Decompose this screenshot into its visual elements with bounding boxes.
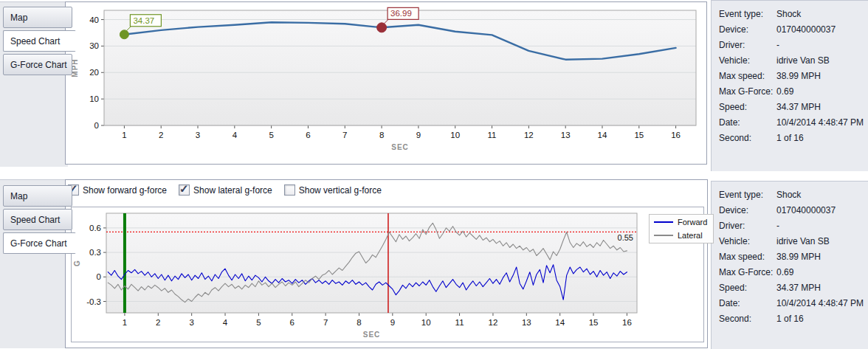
info-label: Max speed:	[719, 249, 776, 265]
gforce-chart-frame: -0.300.30.6123456789101112131415160.55GS…	[71, 207, 704, 342]
info-row: Second: 1 of 16	[719, 131, 868, 146]
info-row: Device: 017040000037	[719, 203, 868, 218]
tab-label: Map	[10, 13, 27, 23]
svg-text:11: 11	[488, 131, 497, 139]
info-value: 1 of 16	[776, 311, 804, 327]
gforce-chart: -0.300.30.6123456789101112131415160.55GS…	[72, 207, 702, 340]
svg-text:-0.3: -0.3	[86, 297, 101, 306]
gforce-visibility-checkbox[interactable]: Show lateral g-force	[179, 184, 272, 196]
svg-text:2: 2	[156, 318, 160, 327]
event-info-panel-bottom: Event type: Shock Device: 017040000037 D…	[711, 181, 868, 349]
legend-line-swatch	[654, 235, 673, 236]
svg-text:16: 16	[622, 318, 632, 327]
app-window: Map Speed Chart G-Force Chart 0102030401…	[0, 0, 868, 349]
info-value: Shock	[776, 187, 801, 203]
tab[interactable]: G-Force Chart	[3, 232, 76, 254]
tab[interactable]: Map	[3, 185, 72, 207]
svg-text:4: 4	[232, 131, 238, 139]
svg-text:12: 12	[524, 131, 534, 139]
info-value: -	[776, 38, 779, 53]
info-value: 38.99 MPH	[776, 249, 821, 265]
legend-item: Lateral	[654, 231, 707, 240]
svg-text:6: 6	[306, 131, 310, 139]
svg-text:G: G	[73, 260, 81, 266]
svg-text:40: 40	[89, 15, 99, 24]
svg-text:1: 1	[123, 318, 127, 327]
svg-text:10: 10	[89, 94, 99, 103]
info-label: Max G-Force:	[719, 84, 776, 100]
info-row: Vehicle: idrive Van SB	[719, 234, 868, 249]
svg-text:9: 9	[390, 318, 395, 327]
svg-text:6: 6	[290, 318, 294, 327]
tab-label: G-Force Chart	[10, 60, 67, 70]
info-label: Driver:	[719, 218, 776, 234]
tab-label: Speed Chart	[10, 36, 60, 46]
info-row: Max speed: 38.99 MPH	[719, 249, 868, 265]
svg-text:34.37: 34.37	[133, 16, 154, 25]
legend-line-swatch	[654, 221, 673, 223]
info-value: 0.69	[776, 265, 793, 280]
tab[interactable]: G-Force Chart	[3, 54, 72, 75]
svg-text:SEC: SEC	[363, 331, 381, 339]
info-label: Device:	[719, 203, 776, 218]
svg-text:0: 0	[97, 272, 101, 281]
svg-text:8: 8	[356, 318, 361, 327]
info-row: Device: 017040000037	[719, 22, 868, 38]
info-value: 10/4/2014 4:48:47 PM	[776, 115, 864, 131]
tab[interactable]: Speed Chart	[3, 30, 76, 52]
svg-text:14: 14	[598, 131, 607, 139]
info-label: Device:	[719, 22, 776, 38]
svg-text:10: 10	[450, 131, 460, 139]
info-label: Vehicle:	[719, 53, 776, 69]
gforce-panel: Map Speed Chart G-Force Chart Show forwa…	[0, 179, 868, 349]
gforce-visibility-checkbox[interactable]: Show forward g-force	[68, 184, 167, 196]
checkbox-icon[interactable]	[179, 184, 190, 196]
gforce-visibility-checkbox[interactable]: Show vertical g-force	[284, 184, 382, 196]
info-value: Shock	[776, 7, 801, 22]
info-value: 10/4/2014 4:48:47 PM	[776, 296, 864, 311]
info-value: 017040000037	[776, 203, 836, 218]
info-row: Driver: -	[719, 218, 868, 234]
info-label: Max speed:	[719, 69, 776, 84]
tab[interactable]: Map	[3, 7, 72, 28]
info-value: 34.37 MPH	[776, 100, 821, 115]
svg-text:30: 30	[89, 41, 99, 50]
svg-text:1: 1	[122, 131, 126, 139]
info-value: 34.37 MPH	[776, 280, 821, 296]
panel-divider	[0, 171, 868, 179]
speed-chart: 0102030401234567891011121314151634.3736.…	[66, 2, 705, 162]
svg-text:12: 12	[489, 318, 498, 327]
svg-text:14: 14	[555, 318, 565, 327]
info-row: Max G-Force: 0.69	[719, 84, 868, 100]
info-row: Speed: 34.37 MPH	[719, 280, 868, 296]
svg-text:3: 3	[189, 318, 193, 327]
tab-strip-bottom: Map Speed Chart G-Force Chart	[3, 185, 66, 256]
svg-text:7: 7	[323, 318, 328, 327]
info-row: Event type: Shock	[719, 7, 868, 22]
svg-text:9: 9	[416, 131, 421, 139]
svg-text:0.55: 0.55	[618, 233, 633, 242]
info-value: -	[776, 218, 779, 234]
info-label: Speed:	[719, 280, 776, 296]
tab-label: G-Force Chart	[10, 238, 67, 249]
svg-text:SEC: SEC	[391, 143, 409, 151]
svg-text:3: 3	[196, 131, 200, 139]
tab-strip-top: Map Speed Chart G-Force Chart	[3, 7, 66, 77]
svg-text:11: 11	[455, 318, 464, 327]
info-label: Max G-Force:	[719, 265, 776, 280]
svg-text:5: 5	[269, 131, 273, 139]
speed-chart-box: 0102030401234567891011121314151634.3736.…	[65, 1, 707, 165]
info-row: Date: 10/4/2014 4:48:47 PM	[719, 296, 868, 311]
svg-text:8: 8	[379, 131, 384, 139]
svg-text:15: 15	[634, 131, 644, 139]
tab[interactable]: Speed Chart	[3, 209, 72, 230]
svg-text:7: 7	[342, 131, 347, 139]
info-label: Second:	[719, 131, 776, 146]
svg-text:0.6: 0.6	[89, 224, 101, 232]
event-info-panel-top: Event type: Shock Device: 017040000037 D…	[711, 0, 868, 173]
gforce-checkbox-row: Show forward g-force Show lateral g-forc…	[68, 184, 382, 196]
info-label: Date:	[719, 115, 776, 131]
info-value: 38.99 MPH	[776, 69, 821, 84]
checkbox-icon[interactable]	[284, 184, 295, 196]
svg-text:2: 2	[159, 131, 163, 139]
